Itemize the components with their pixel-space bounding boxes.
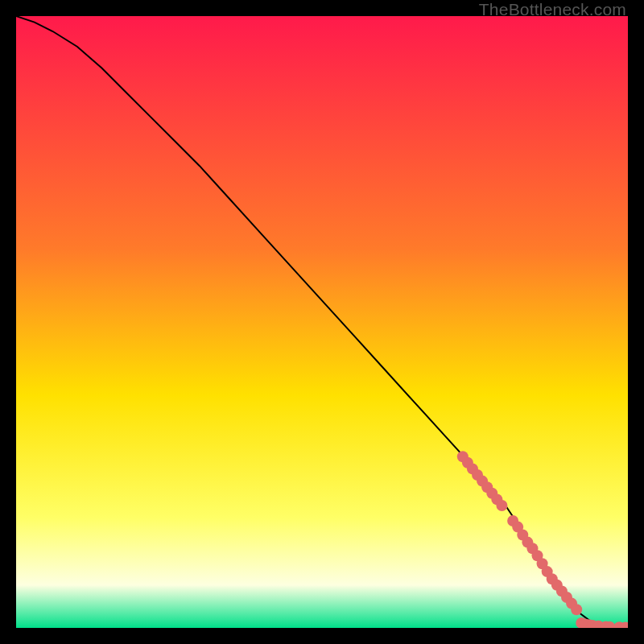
gradient-background <box>16 16 628 628</box>
chart-plot-area <box>16 16 628 628</box>
data-marker <box>496 500 507 511</box>
chart-svg <box>16 16 628 628</box>
data-marker <box>571 604 582 615</box>
